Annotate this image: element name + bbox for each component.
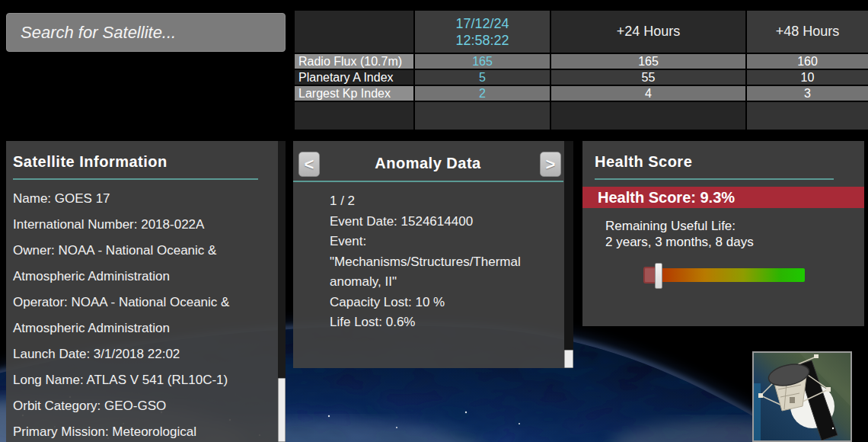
plus-24-hours-header: +24 Hours — [550, 10, 746, 53]
table-row-planetary-a: Planetary A Index 5 55 10 — [294, 69, 868, 85]
table-footer-row — [294, 101, 868, 130]
health-score-banner: Health Score: 9.3% — [582, 187, 864, 208]
satellite-info-scrollbar[interactable] — [278, 141, 286, 442]
health-slider-thumb[interactable] — [655, 263, 662, 289]
planetary-a-48h: 10 — [746, 69, 868, 85]
anomaly-capacity-lost: Capacity Lost: 10 % — [330, 293, 541, 313]
satellite-info-scrollbar-thumb[interactable] — [278, 378, 286, 442]
anomaly-event-date: Event Date: 1524614400 — [330, 212, 541, 232]
table-row-radio-flux: Radio Flux (10.7m) 165 165 160 — [294, 53, 868, 69]
remaining-useful-life: Remaining Useful Life: 2 years, 3 months… — [605, 218, 864, 250]
satellite-info-fields: Name: GOES 17 International Number: 2018… — [6, 180, 286, 442]
health-score-panel: Health Score Health Score: 9.3% Remainin… — [582, 141, 864, 326]
anomaly-data-title: Anomaly Data — [293, 155, 563, 172]
radio-flux-24h: 165 — [550, 53, 746, 69]
current-date: 17/12/24 — [415, 15, 550, 32]
title-divider — [595, 178, 834, 180]
health-score-title: Health Score — [582, 141, 864, 171]
largest-kp-now: 2 — [414, 85, 550, 101]
anomaly-scrollbar-thumb[interactable] — [564, 350, 573, 368]
table-row-largest-kp: Largest Kp Index 2 4 3 — [294, 85, 868, 101]
next-anomaly-button[interactable]: > — [540, 152, 561, 177]
table-corner-cell — [294, 10, 414, 53]
chevron-right-icon: > — [546, 155, 556, 175]
anomaly-life-lost: Life Lost: 0.6% — [330, 312, 541, 333]
field-name: Name: GOES 17 — [13, 186, 255, 212]
field-long-name: Long Name: ATLAS V 541 (RL10C-1) — [13, 367, 255, 393]
table-header-row: 17/12/24 12:58:22 +24 Hours +48 Hours — [294, 10, 868, 53]
planetary-a-now: 5 — [414, 69, 550, 85]
anomaly-event-label: Event: — [330, 232, 541, 252]
field-launch-date: Launch Date: 3/1/2018 22:02 — [13, 341, 255, 367]
anomaly-pagination: 1 / 2 — [330, 191, 541, 212]
largest-kp-24h: 4 — [550, 85, 746, 101]
field-international-number: International Number: 2018-022A — [13, 212, 255, 238]
health-score-slider[interactable] — [643, 263, 805, 289]
current-time: 12:58:22 — [415, 32, 550, 49]
row-label: Radio Flux (10.7m) — [294, 53, 414, 69]
radio-flux-48h: 160 — [746, 53, 868, 69]
anomaly-event-description: "Mechanisms/Structures/Thermal anomaly, … — [330, 252, 541, 293]
satellite-info-panel: Satellite Information Name: GOES 17 Inte… — [6, 141, 286, 442]
radio-flux-now: 165 — [414, 53, 550, 69]
field-primary-mission: Primary Mission: Meteorological — [13, 419, 255, 442]
satellite-preview-image — [752, 351, 852, 442]
field-operator: Operator: NOAA - National Oceanic & Atmo… — [13, 290, 255, 341]
anomaly-details: 1 / 2 Event Date: 1524614400 Event: "Mec… — [293, 182, 573, 333]
space-weather-table: 17/12/24 12:58:22 +24 Hours +48 Hours Ra… — [293, 9, 868, 131]
row-label: Largest Kp Index — [294, 85, 414, 101]
current-datetime-header: 17/12/24 12:58:22 — [414, 10, 550, 53]
rul-label: Remaining Useful Life: — [605, 218, 864, 234]
row-label: Planetary A Index — [294, 69, 414, 85]
largest-kp-48h: 3 — [746, 85, 868, 101]
rul-value: 2 years, 3 months, 8 days — [605, 234, 864, 250]
anomaly-header: < Anomaly Data > — [293, 141, 573, 181]
planetary-a-24h: 55 — [550, 69, 746, 85]
satellite-info-title: Satellite Information — [6, 141, 286, 171]
field-orbit-category: Orbit Category: GEO-GSO — [13, 393, 255, 419]
anomaly-scrollbar[interactable] — [564, 141, 573, 368]
app-window: 17/12/24 12:58:22 +24 Hours +48 Hours Ra… — [0, 0, 868, 442]
health-slider-track — [643, 268, 805, 282]
plus-48-hours-header: +48 Hours — [746, 10, 868, 53]
search-input[interactable] — [6, 13, 286, 52]
field-owner: Owner: NOAA - National Oceanic & Atmosph… — [13, 238, 255, 290]
anomaly-data-panel: < Anomaly Data > 1 / 2 Event Date: 15246… — [293, 141, 573, 368]
